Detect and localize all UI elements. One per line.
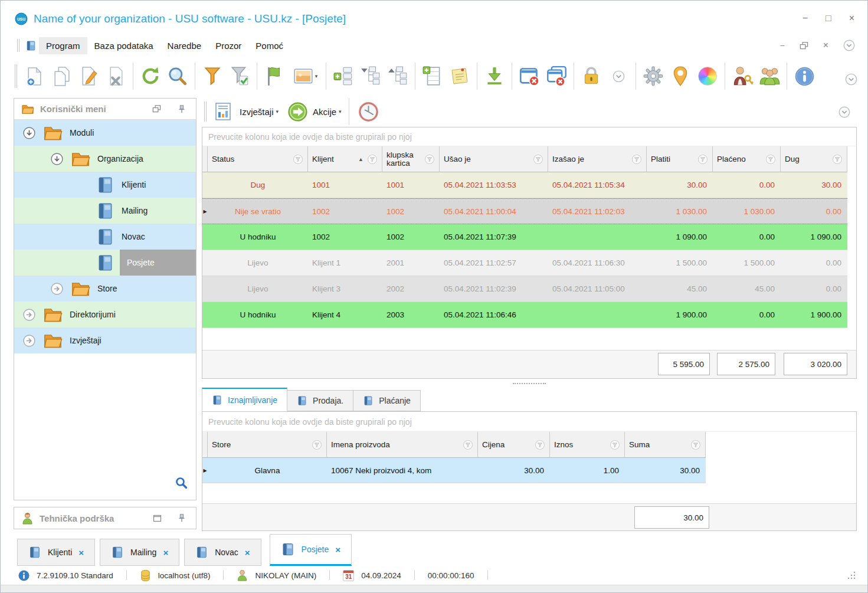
flag-button[interactable] [261, 62, 288, 90]
close-window-button[interactable] [516, 62, 543, 90]
refresh-button[interactable] [137, 62, 164, 90]
support-panel[interactable]: Tehnička podrška [14, 507, 196, 529]
column-header-platiti[interactable]: Platiti [647, 146, 713, 172]
sidebar-item-moduli[interactable]: Moduli [14, 120, 196, 146]
more-options-icon[interactable] [844, 73, 858, 86]
settings-button[interactable] [640, 62, 667, 90]
filter-icon[interactable] [535, 440, 545, 450]
filter-icon[interactable] [293, 154, 303, 165]
close-tab-icon[interactable]: × [245, 548, 250, 558]
sidebar-item-izvjestaji[interactable]: Izvještaji [14, 327, 196, 353]
actions-label[interactable]: Akcije [313, 107, 336, 117]
tab-placanje[interactable]: Plaćanje [353, 390, 421, 411]
more-options-icon[interactable] [843, 39, 856, 52]
notes-button[interactable] [446, 62, 473, 90]
add-row-button[interactable] [419, 62, 446, 90]
close-tab-icon[interactable]: × [78, 548, 84, 558]
delete-document-button[interactable] [102, 62, 129, 90]
sidebar-item-novac[interactable]: Novac [14, 224, 196, 250]
filter-button[interactable] [199, 62, 226, 90]
filter-apply-button[interactable] [226, 62, 253, 90]
close-tab-icon[interactable]: × [335, 545, 340, 555]
column-header-klupska-kartica[interactable]: klupska kartica [382, 146, 440, 172]
restore-panel-icon[interactable] [153, 515, 162, 522]
column-header-iznos[interactable]: Iznos [550, 432, 625, 457]
menu-item-naredbe[interactable]: Naredbe [161, 37, 209, 54]
menu-item-prozor[interactable]: Prozor [208, 37, 248, 54]
expand-node-icon[interactable] [22, 334, 36, 348]
database-icon[interactable] [140, 569, 151, 582]
users-button[interactable] [756, 62, 783, 90]
reports-label[interactable]: Izvještaji [240, 107, 274, 117]
add-group-button[interactable] [330, 62, 357, 90]
group-by-panel[interactable]: Prevucite kolonu koja ide ovdje da biste… [202, 412, 856, 432]
pin-icon[interactable] [177, 104, 186, 114]
expand-node-icon[interactable] [50, 282, 64, 296]
more-options-button[interactable] [605, 62, 632, 90]
sidebar-item-posjete[interactable]: Posjete [14, 250, 196, 276]
doc-tab-mailing[interactable]: Mailing× [100, 539, 179, 566]
table-row[interactable]: Dug 1001 1001 05.04.2021 11:03:53 05.04.… [202, 172, 847, 198]
pin-icon[interactable] [177, 513, 186, 523]
actions-button[interactable] [283, 97, 312, 126]
tree-search-icon[interactable] [175, 477, 188, 489]
toolbar-drag-handle[interactable] [17, 39, 19, 52]
calendar-icon[interactable]: 31 [343, 570, 354, 581]
user-permissions-button[interactable] [729, 62, 756, 90]
doc-tab-posjete[interactable]: Posjete× [270, 534, 352, 566]
table-row[interactable]: Lijevo Klijent 3 2002 05.04.2021 11:02:3… [202, 276, 847, 302]
reports-button[interactable] [211, 97, 235, 126]
group-by-panel[interactable]: Prevucite kolonu koja ide ovdje da biste… [202, 127, 856, 146]
table-row[interactable]: U hodniku Klijent 4 2003 05.04.2021 11:0… [202, 302, 847, 328]
column-header-suma[interactable]: Suma [625, 432, 706, 457]
tab-iznajmljivanje[interactable]: Iznajmljivanje [202, 388, 287, 411]
menu-item-baza-podataka[interactable]: Baza podataka [87, 37, 161, 54]
collapse-node-icon[interactable] [22, 126, 36, 140]
column-header-dug[interactable]: Dug [781, 146, 847, 172]
toolbar-drag-handle[interactable] [15, 64, 17, 88]
sidebar-item-direktorijumi[interactable]: Direktorijumi [14, 302, 196, 327]
sidebar-item-klijenti[interactable]: Klijenti [14, 172, 196, 198]
mdi-restore-button[interactable] [799, 41, 809, 51]
selected-tree-item[interactable]: Posjete [120, 250, 196, 276]
filter-icon[interactable] [765, 154, 776, 165]
user-icon[interactable] [237, 569, 248, 581]
edit-document-button[interactable] [75, 62, 102, 90]
sidebar-item-mailing[interactable]: Mailing [14, 198, 196, 224]
column-header-izasao-je[interactable]: Izašao je [548, 146, 647, 172]
column-header-cijena[interactable]: Cijena [478, 432, 550, 457]
export-download-button[interactable] [481, 62, 508, 90]
column-header-imena-proizvoda[interactable]: Imena proizvoda [327, 432, 478, 457]
collapse-node-icon[interactable] [50, 152, 64, 166]
tab-prodaja[interactable]: Prodaja. [287, 390, 353, 411]
filter-icon[interactable] [312, 440, 322, 450]
expand-tree-button[interactable] [357, 62, 384, 90]
column-header-klijent[interactable]: Klijent▲ [308, 146, 382, 172]
copy-document-button[interactable] [48, 62, 75, 90]
info-icon[interactable] [18, 570, 30, 581]
filter-icon[interactable] [690, 440, 701, 450]
doc-tab-klijenti[interactable]: Klijenti× [17, 539, 95, 566]
mdi-close-button[interactable]: × [823, 40, 828, 51]
doc-tab-novac[interactable]: Novac× [184, 539, 261, 566]
column-header-usao-je[interactable]: Ušao je [440, 146, 548, 172]
location-button[interactable] [667, 62, 694, 90]
search-button[interactable] [164, 62, 191, 90]
filter-icon[interactable] [832, 154, 843, 165]
collapse-tree-button[interactable] [384, 62, 411, 90]
resize-grip[interactable] [847, 571, 856, 581]
minimize-button[interactable]: − [803, 14, 808, 23]
close-button[interactable]: × [849, 14, 854, 23]
column-header-status[interactable]: Status [208, 146, 308, 172]
lock-button[interactable] [578, 62, 605, 90]
new-document-button[interactable] [21, 62, 48, 90]
table-row[interactable]: Lijevo Klijent 1 2001 05.04.2021 11:02:5… [202, 250, 847, 276]
color-theme-button[interactable] [694, 62, 721, 90]
close-tab-icon[interactable]: × [163, 548, 168, 558]
menu-item-program[interactable]: Program [39, 37, 87, 54]
close-all-windows-button[interactable] [543, 62, 570, 90]
expand-node-icon[interactable] [22, 308, 36, 322]
sidebar-item-organizacija[interactable]: Organizacija [14, 146, 196, 172]
filter-icon[interactable] [367, 154, 378, 165]
table-row-selected[interactable]: ▶ Glavna 10067 Neki proizvodi 4, kom 30.… [202, 458, 706, 483]
